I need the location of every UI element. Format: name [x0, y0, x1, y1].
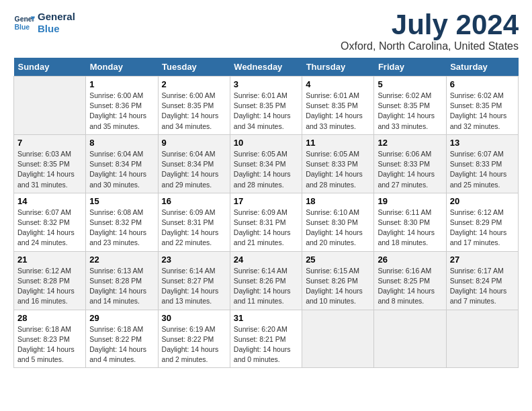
col-header-thursday: Thursday — [302, 58, 374, 77]
day-info: Sunrise: 6:05 AM Sunset: 8:33 PM Dayligh… — [306, 149, 370, 190]
calendar-cell: 18Sunrise: 6:10 AM Sunset: 8:30 PM Dayli… — [302, 193, 374, 251]
calendar-cell — [374, 310, 446, 368]
calendar-cell: 8Sunrise: 6:04 AM Sunset: 8:34 PM Daylig… — [86, 134, 158, 193]
day-number: 21 — [17, 255, 82, 265]
day-number: 24 — [234, 255, 298, 265]
day-number: 25 — [306, 255, 370, 265]
calendar-cell: 29Sunrise: 6:18 AM Sunset: 8:22 PM Dayli… — [86, 310, 158, 368]
calendar-cell: 7Sunrise: 6:03 AM Sunset: 8:35 PM Daylig… — [14, 134, 86, 193]
col-header-friday: Friday — [374, 58, 446, 77]
calendar-cell: 26Sunrise: 6:16 AM Sunset: 8:25 PM Dayli… — [374, 251, 446, 310]
calendar-cell: 31Sunrise: 6:20 AM Sunset: 8:21 PM Dayli… — [230, 310, 302, 368]
day-info: Sunrise: 6:12 AM Sunset: 8:29 PM Dayligh… — [450, 208, 515, 248]
week-row-4: 21Sunrise: 6:12 AM Sunset: 8:28 PM Dayli… — [14, 251, 519, 310]
day-info: Sunrise: 6:17 AM Sunset: 8:24 PM Dayligh… — [450, 266, 515, 307]
day-number: 1 — [89, 79, 154, 89]
week-row-1: 1Sunrise: 6:00 AM Sunset: 8:36 PM Daylig… — [14, 77, 519, 135]
calendar-cell: 15Sunrise: 6:08 AM Sunset: 8:32 PM Dayli… — [86, 193, 158, 251]
day-number: 14 — [17, 196, 82, 206]
day-number: 3 — [234, 79, 298, 89]
day-info: Sunrise: 6:14 AM Sunset: 8:27 PM Dayligh… — [162, 266, 226, 307]
day-info: Sunrise: 6:02 AM Sunset: 8:35 PM Dayligh… — [450, 91, 515, 132]
day-number: 17 — [234, 196, 298, 206]
title-area: July 2024 Oxford, North Carolina, United… — [341, 11, 519, 52]
day-info: Sunrise: 6:14 AM Sunset: 8:26 PM Dayligh… — [234, 266, 298, 307]
day-number: 8 — [89, 138, 154, 148]
calendar-cell: 16Sunrise: 6:09 AM Sunset: 8:31 PM Dayli… — [158, 193, 230, 251]
day-info: Sunrise: 6:01 AM Sunset: 8:35 PM Dayligh… — [306, 91, 370, 132]
calendar-cell: 14Sunrise: 6:07 AM Sunset: 8:32 PM Dayli… — [14, 193, 86, 251]
logo-icon: General Blue — [13, 12, 35, 34]
day-number: 31 — [234, 313, 298, 323]
day-info: Sunrise: 6:12 AM Sunset: 8:28 PM Dayligh… — [17, 266, 82, 307]
calendar-cell — [302, 310, 374, 368]
day-info: Sunrise: 6:13 AM Sunset: 8:28 PM Dayligh… — [89, 266, 154, 307]
day-info: Sunrise: 6:16 AM Sunset: 8:25 PM Dayligh… — [378, 266, 442, 307]
day-info: Sunrise: 6:04 AM Sunset: 8:34 PM Dayligh… — [162, 149, 226, 190]
day-number: 15 — [89, 196, 154, 206]
calendar-cell: 20Sunrise: 6:12 AM Sunset: 8:29 PM Dayli… — [446, 193, 518, 251]
calendar-cell: 21Sunrise: 6:12 AM Sunset: 8:28 PM Dayli… — [14, 251, 86, 310]
calendar-cell — [14, 77, 86, 135]
calendar-cell: 1Sunrise: 6:00 AM Sunset: 8:36 PM Daylig… — [86, 77, 158, 135]
day-number: 6 — [450, 79, 515, 89]
calendar-cell: 12Sunrise: 6:06 AM Sunset: 8:33 PM Dayli… — [374, 134, 446, 193]
day-number: 28 — [17, 313, 82, 323]
day-info: Sunrise: 6:02 AM Sunset: 8:35 PM Dayligh… — [378, 91, 442, 132]
day-number: 2 — [162, 79, 226, 89]
day-number: 23 — [162, 255, 226, 265]
col-header-sunday: Sunday — [14, 58, 86, 77]
day-number: 22 — [89, 255, 154, 265]
day-number: 19 — [378, 196, 442, 206]
day-info: Sunrise: 6:18 AM Sunset: 8:22 PM Dayligh… — [89, 324, 154, 365]
day-number: 4 — [306, 79, 370, 89]
day-number: 10 — [234, 138, 298, 148]
calendar-table: SundayMondayTuesdayWednesdayThursdayFrid… — [13, 58, 519, 368]
calendar-cell: 6Sunrise: 6:02 AM Sunset: 8:35 PM Daylig… — [446, 77, 518, 135]
calendar-cell: 3Sunrise: 6:01 AM Sunset: 8:35 PM Daylig… — [230, 77, 302, 135]
week-row-3: 14Sunrise: 6:07 AM Sunset: 8:32 PM Dayli… — [14, 193, 519, 251]
day-info: Sunrise: 6:20 AM Sunset: 8:21 PM Dayligh… — [234, 324, 298, 365]
col-header-monday: Monday — [86, 58, 158, 77]
day-info: Sunrise: 6:05 AM Sunset: 8:34 PM Dayligh… — [234, 149, 298, 190]
day-info: Sunrise: 6:15 AM Sunset: 8:26 PM Dayligh… — [306, 266, 370, 307]
calendar-cell: 10Sunrise: 6:05 AM Sunset: 8:34 PM Dayli… — [230, 134, 302, 193]
day-info: Sunrise: 6:03 AM Sunset: 8:35 PM Dayligh… — [17, 149, 82, 190]
calendar-cell: 19Sunrise: 6:11 AM Sunset: 8:30 PM Dayli… — [374, 193, 446, 251]
calendar-cell: 27Sunrise: 6:17 AM Sunset: 8:24 PM Dayli… — [446, 251, 518, 310]
calendar-cell: 13Sunrise: 6:07 AM Sunset: 8:33 PM Dayli… — [446, 134, 518, 193]
week-row-2: 7Sunrise: 6:03 AM Sunset: 8:35 PM Daylig… — [14, 134, 519, 193]
day-number: 9 — [162, 138, 226, 148]
calendar-cell: 2Sunrise: 6:00 AM Sunset: 8:35 PM Daylig… — [158, 77, 230, 135]
calendar-body: 1Sunrise: 6:00 AM Sunset: 8:36 PM Daylig… — [14, 77, 519, 368]
calendar-cell: 5Sunrise: 6:02 AM Sunset: 8:35 PM Daylig… — [374, 77, 446, 135]
day-info: Sunrise: 6:01 AM Sunset: 8:35 PM Dayligh… — [234, 91, 298, 132]
calendar-cell: 9Sunrise: 6:04 AM Sunset: 8:34 PM Daylig… — [158, 134, 230, 193]
day-number: 29 — [89, 313, 154, 323]
day-info: Sunrise: 6:18 AM Sunset: 8:23 PM Dayligh… — [17, 324, 82, 365]
calendar-cell: 24Sunrise: 6:14 AM Sunset: 8:26 PM Dayli… — [230, 251, 302, 310]
day-number: 13 — [450, 138, 515, 148]
day-number: 5 — [378, 79, 442, 89]
location: Oxford, North Carolina, United States — [341, 40, 519, 52]
column-header-row: SundayMondayTuesdayWednesdayThursdayFrid… — [14, 58, 519, 77]
svg-text:Blue: Blue — [15, 24, 30, 31]
day-info: Sunrise: 6:07 AM Sunset: 8:33 PM Dayligh… — [450, 149, 515, 190]
col-header-wednesday: Wednesday — [230, 58, 302, 77]
calendar-cell — [446, 310, 518, 368]
day-info: Sunrise: 6:11 AM Sunset: 8:30 PM Dayligh… — [378, 208, 442, 248]
day-info: Sunrise: 6:04 AM Sunset: 8:34 PM Dayligh… — [89, 149, 154, 190]
day-number: 20 — [450, 196, 515, 206]
day-number: 12 — [378, 138, 442, 148]
day-info: Sunrise: 6:08 AM Sunset: 8:32 PM Dayligh… — [89, 208, 154, 248]
day-number: 7 — [17, 138, 82, 148]
calendar-cell: 28Sunrise: 6:18 AM Sunset: 8:23 PM Dayli… — [14, 310, 86, 368]
calendar-cell: 11Sunrise: 6:05 AM Sunset: 8:33 PM Dayli… — [302, 134, 374, 193]
calendar-cell: 17Sunrise: 6:09 AM Sunset: 8:31 PM Dayli… — [230, 193, 302, 251]
calendar-cell: 22Sunrise: 6:13 AM Sunset: 8:28 PM Dayli… — [86, 251, 158, 310]
month-title: July 2024 — [341, 11, 519, 39]
day-info: Sunrise: 6:10 AM Sunset: 8:30 PM Dayligh… — [306, 208, 370, 248]
logo: General Blue General Blue — [13, 11, 75, 35]
calendar-cell: 30Sunrise: 6:19 AM Sunset: 8:22 PM Dayli… — [158, 310, 230, 368]
calendar-cell: 4Sunrise: 6:01 AM Sunset: 8:35 PM Daylig… — [302, 77, 374, 135]
